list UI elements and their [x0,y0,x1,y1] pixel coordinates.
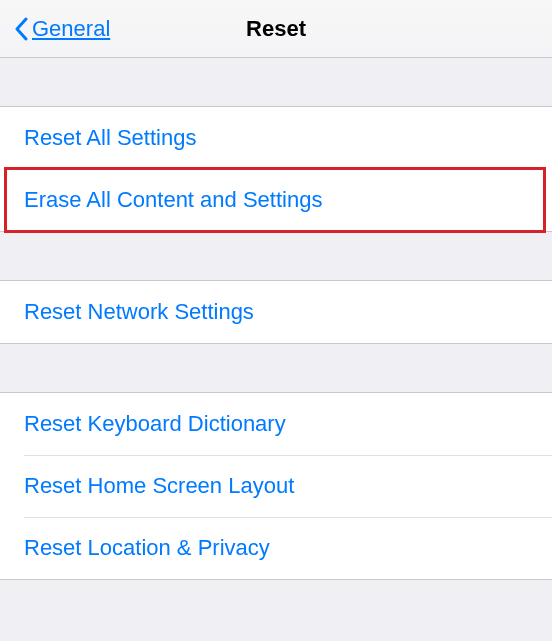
back-label: General [32,16,110,42]
settings-group-2: Reset Network Settings [0,280,552,344]
reset-home-screen-layout-row[interactable]: Reset Home Screen Layout [0,455,552,517]
nav-header: General Reset [0,0,552,58]
settings-group-1: Reset All Settings Erase All Content and… [0,106,552,232]
row-label: Erase All Content and Settings [24,187,322,213]
row-label: Reset All Settings [24,125,196,151]
page-title: Reset [246,16,306,42]
row-label: Reset Keyboard Dictionary [24,411,286,437]
back-button[interactable]: General [0,16,110,42]
section-spacer [0,58,552,106]
highlight-wrapper: Erase All Content and Settings [0,169,552,231]
reset-network-settings-row[interactable]: Reset Network Settings [0,281,552,343]
row-label: Reset Network Settings [24,299,254,325]
chevron-left-icon [14,17,28,41]
erase-all-content-row[interactable]: Erase All Content and Settings [0,169,552,231]
row-label: Reset Location & Privacy [24,535,270,561]
row-label: Reset Home Screen Layout [24,473,294,499]
reset-all-settings-row[interactable]: Reset All Settings [0,107,552,169]
settings-group-3: Reset Keyboard Dictionary Reset Home Scr… [0,392,552,580]
section-spacer [0,232,552,280]
reset-keyboard-dictionary-row[interactable]: Reset Keyboard Dictionary [0,393,552,455]
reset-location-privacy-row[interactable]: Reset Location & Privacy [0,517,552,579]
section-spacer [0,344,552,392]
